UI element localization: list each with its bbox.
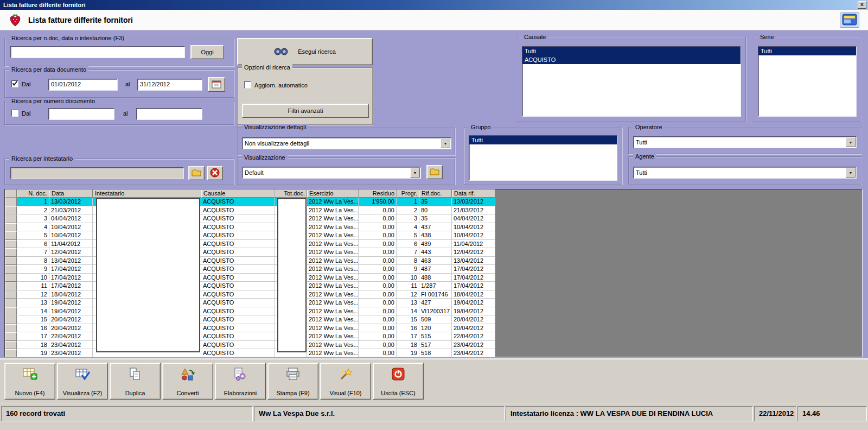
cell[interactable]: ACQUISTO — [201, 315, 275, 324]
cell[interactable]: 04/04/2012 — [452, 214, 495, 223]
cell[interactable]: 17/04/2012 — [49, 282, 93, 290]
cell[interactable]: 0,00 — [359, 223, 397, 232]
toolbar-button-nuovo[interactable]: Nuovo (F4) — [4, 363, 55, 400]
cell[interactable]: 13/03/2012 — [49, 198, 93, 206]
cell[interactable]: 80 — [419, 206, 452, 215]
cell[interactable]: ACQUISTO — [201, 341, 275, 350]
row-selector[interactable] — [5, 240, 17, 249]
cell[interactable]: 10/04/2012 — [49, 223, 93, 232]
cell[interactable]: 2012 Ww La Ves... — [307, 223, 359, 232]
cell[interactable]: ACQUISTO — [201, 206, 275, 215]
cell[interactable]: ACQUISTO — [201, 231, 275, 240]
cell[interactable]: 17/04/2012 — [49, 274, 93, 282]
date-from-input[interactable]: 01/01/2012 — [48, 79, 118, 91]
cell[interactable]: 10/04/2012 — [452, 231, 495, 240]
list-item[interactable]: ACQUISTO — [522, 55, 741, 64]
cell[interactable]: 14 — [17, 307, 49, 316]
cell[interactable]: 19/04/2012 — [49, 307, 93, 316]
cell[interactable]: 0,00 — [359, 257, 397, 265]
cell[interactable]: ACQUISTO — [201, 214, 275, 223]
cell[interactable]: 2012 Ww La Ves... — [307, 214, 359, 223]
cell[interactable]: 23/04/2012 — [452, 349, 495, 357]
cell[interactable]: 20/04/2012 — [452, 324, 495, 333]
cell[interactable]: 443 — [419, 248, 452, 257]
close-button[interactable]: × — [858, 1, 866, 9]
cell[interactable]: ACQUISTO — [201, 307, 275, 316]
cell[interactable]: 6 — [17, 240, 49, 249]
cell[interactable]: 2012 Ww La Ves... — [307, 257, 359, 265]
execute-search-button[interactable]: Esegui ricerca — [237, 38, 373, 65]
column-header[interactable]: Causale — [201, 189, 275, 198]
cell[interactable]: 2012 Ww La Ves... — [307, 332, 359, 341]
cell[interactable]: 4 — [397, 223, 419, 232]
cell[interactable]: VI1200317 — [419, 307, 452, 316]
cell[interactable]: 439 — [419, 240, 452, 249]
column-header[interactable]: Data — [49, 189, 93, 198]
cell[interactable]: 0,00 — [359, 332, 397, 341]
cell[interactable]: ACQUISTO — [201, 299, 275, 307]
cell[interactable]: ACQUISTO — [201, 223, 275, 232]
row-selector[interactable] — [5, 214, 17, 223]
intestatario-input[interactable] — [10, 167, 184, 179]
cell[interactable]: 0,00 — [359, 206, 397, 215]
cell[interactable]: 20/04/2012 — [49, 324, 93, 333]
view-save-button[interactable] — [426, 165, 443, 179]
cell[interactable]: 17 — [17, 332, 49, 341]
cell[interactable]: 16 — [17, 324, 49, 333]
cell[interactable]: 0,00 — [359, 282, 397, 290]
cell[interactable]: 13 — [397, 299, 419, 307]
cell[interactable]: 10 — [397, 274, 419, 282]
cell[interactable]: 463 — [419, 257, 452, 265]
toolbar-button-uscita[interactable]: Uscita (ESC) — [373, 363, 424, 400]
cell[interactable]: 15 — [17, 315, 49, 324]
row-selector[interactable] — [5, 257, 17, 265]
cell[interactable]: 19/04/2012 — [452, 299, 495, 307]
row-selector[interactable] — [5, 290, 17, 299]
cell[interactable]: 12/04/2012 — [49, 248, 93, 257]
cell[interactable]: 509 — [419, 315, 452, 324]
cell[interactable]: 17/04/2012 — [452, 282, 495, 290]
cell[interactable]: 0,00 — [359, 274, 397, 282]
cell[interactable]: 11/04/2012 — [49, 240, 93, 249]
cell[interactable]: 0,00 — [359, 307, 397, 316]
cell[interactable]: 4 — [17, 223, 49, 232]
cell[interactable]: 35 — [419, 198, 452, 206]
cell[interactable]: 2012 Ww La Ves... — [307, 265, 359, 274]
row-selector[interactable] — [5, 231, 17, 240]
cell[interactable]: 2012 Ww La Ves... — [307, 290, 359, 299]
gruppo-listbox[interactable]: Tutti — [469, 135, 617, 181]
cell[interactable]: 5 — [17, 231, 49, 240]
cell[interactable]: 04/04/2012 — [49, 214, 93, 223]
cell[interactable]: 427 — [419, 299, 452, 307]
column-header[interactable]: Residuo — [359, 189, 397, 198]
cell[interactable]: 517 — [419, 341, 452, 350]
cell[interactable]: 1/287 — [419, 282, 452, 290]
cell[interactable]: 19 — [17, 349, 49, 357]
operatore-dropdown[interactable]: Tutti ▼ — [633, 136, 857, 148]
column-header[interactable]: Data rif. — [452, 189, 495, 198]
auto-refresh-checkbox[interactable] — [244, 81, 251, 88]
cell[interactable]: 0,00 — [359, 324, 397, 333]
row-selector[interactable] — [5, 341, 17, 350]
cell[interactable]: 2012 Ww La Ves... — [307, 248, 359, 257]
cell[interactable]: 13/04/2012 — [452, 257, 495, 265]
row-selector[interactable] — [5, 282, 17, 290]
row-selector[interactable] — [5, 198, 17, 206]
chevron-down-icon[interactable]: ▼ — [846, 168, 856, 178]
cell[interactable]: 11 — [397, 282, 419, 290]
date-to-input[interactable]: 31/12/2012 — [137, 79, 202, 91]
cell[interactable]: 17/04/2012 — [452, 265, 495, 274]
cell[interactable]: 0,00 — [359, 290, 397, 299]
intestatario-clear-button[interactable] — [207, 166, 223, 180]
cell[interactable]: 12/04/2012 — [452, 248, 495, 257]
cell[interactable]: 1'950,00 — [359, 198, 397, 206]
cell[interactable]: 8 — [397, 257, 419, 265]
intestatario-browse-button[interactable] — [188, 166, 205, 180]
cell[interactable]: 23/04/2012 — [452, 341, 495, 350]
row-selector[interactable] — [5, 307, 17, 316]
cell[interactable]: ACQUISTO — [201, 290, 275, 299]
toolbar-button-stampa[interactable]: Stampa (F9) — [267, 363, 318, 400]
cell[interactable]: 2012 Ww La Ves... — [307, 341, 359, 350]
cell[interactable]: 21/03/2012 — [49, 206, 93, 215]
cell[interactable]: 9 — [17, 265, 49, 274]
